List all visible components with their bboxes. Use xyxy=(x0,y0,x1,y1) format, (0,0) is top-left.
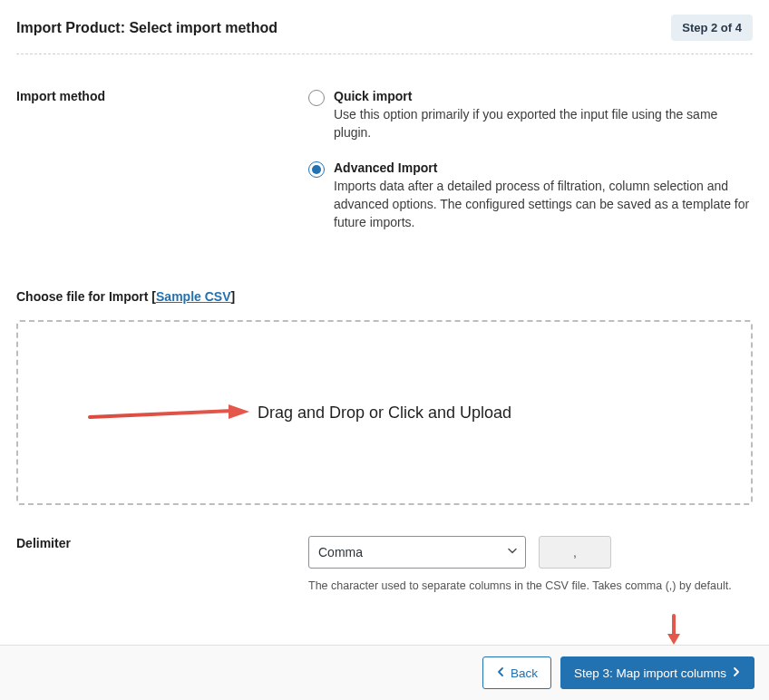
delimiter-char-input[interactable] xyxy=(539,536,611,569)
bracket-close: ] xyxy=(231,289,236,304)
choose-file-prefix: Choose file for Import xyxy=(16,289,151,304)
delimiter-select[interactable]: Comma xyxy=(308,536,526,569)
delimiter-help-text: The character used to separate columns i… xyxy=(308,578,753,594)
radio-icon xyxy=(308,161,325,178)
back-button-label: Back xyxy=(511,666,538,680)
step-badge: Step 2 of 4 xyxy=(671,15,753,41)
annotation-arrow-icon xyxy=(88,401,251,424)
radio-option-advanced[interactable]: Advanced Import Imports data after a det… xyxy=(308,160,753,232)
back-button[interactable]: Back xyxy=(482,656,551,689)
annotation-arrow-icon xyxy=(665,614,683,647)
choose-file-label: Choose file for Import [Sample CSV] xyxy=(16,289,753,304)
next-button[interactable]: Step 3: Map import columns xyxy=(560,656,754,689)
radio-title-quick: Quick import xyxy=(334,89,753,103)
footer-bar: Back Step 3: Map import columns xyxy=(0,645,769,700)
chevron-right-icon xyxy=(732,666,741,680)
radio-desc-advanced: Imports data after a detailed process of… xyxy=(334,177,753,232)
page-title: Import Product: Select import method xyxy=(16,20,277,36)
chevron-left-icon xyxy=(496,666,505,680)
file-dropzone[interactable]: Drag and Drop or Click and Upload xyxy=(16,320,753,505)
radio-option-quick[interactable]: Quick import Use this option primarily i… xyxy=(308,89,753,142)
radio-desc-quick: Use this option primarily if you exporte… xyxy=(334,105,753,142)
sample-csv-link[interactable]: Sample CSV xyxy=(156,289,230,304)
radio-title-advanced: Advanced Import xyxy=(334,160,753,175)
dropzone-label: Drag and Drop or Click and Upload xyxy=(258,403,511,423)
next-button-label: Step 3: Map import columns xyxy=(574,666,726,680)
delimiter-label: Delimiter xyxy=(16,536,308,550)
import-method-label: Import method xyxy=(16,89,308,249)
radio-icon xyxy=(308,90,325,106)
